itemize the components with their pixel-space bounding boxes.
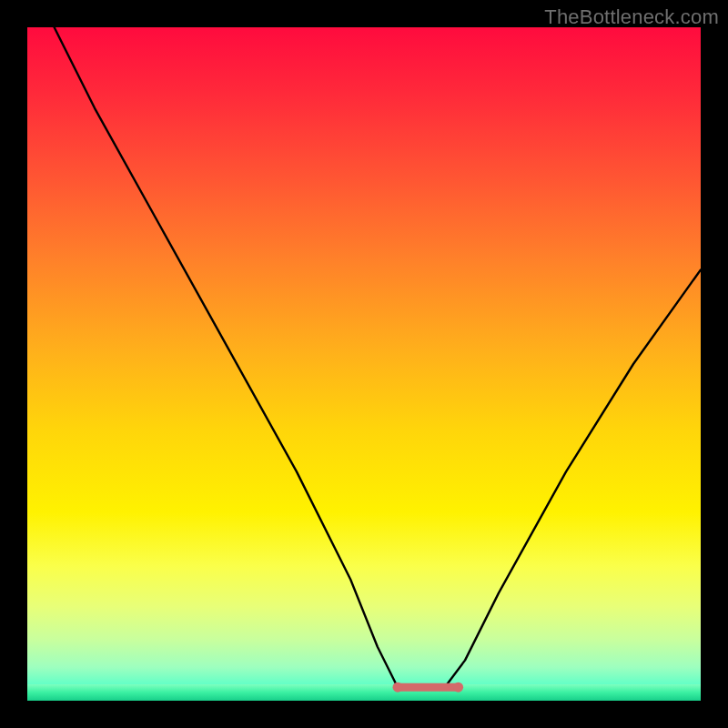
optimal-band-background	[27, 684, 701, 701]
chart-stage: TheBottleneck.com	[0, 0, 728, 728]
curve-layer	[27, 27, 701, 701]
watermark-text: TheBottleneck.com	[544, 5, 719, 29]
plot-area	[27, 27, 701, 701]
bottleneck-curve	[55, 27, 701, 687]
